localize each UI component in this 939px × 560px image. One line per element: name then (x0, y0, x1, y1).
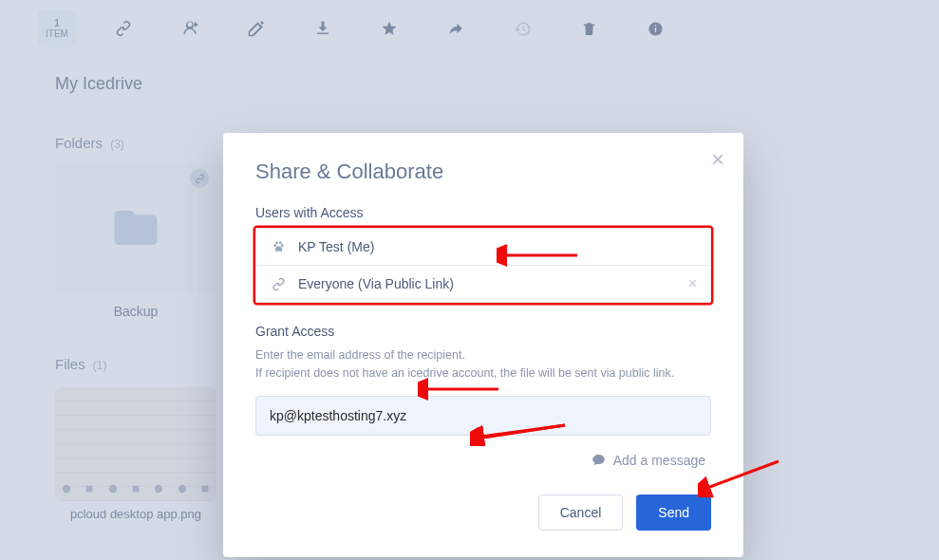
send-button[interactable]: Send (636, 495, 711, 531)
comment-icon (592, 453, 606, 467)
add-message-link[interactable]: Add a message (255, 453, 711, 468)
access-user-label: KP Test (Me) (298, 239, 374, 254)
users-access-label: Users with Access (255, 205, 711, 220)
svg-point-11 (280, 244, 283, 247)
paw-icon (270, 238, 287, 255)
modal-actions: Cancel Send (255, 495, 711, 531)
grant-access-hint: Enter the email address of the recipient… (255, 346, 711, 383)
share-modal: × Share & Collaborate Users with Access … (223, 133, 743, 557)
access-row-public: Everyone (Via Public Link) × (256, 265, 710, 302)
cancel-button[interactable]: Cancel (538, 495, 624, 531)
link-icon (270, 275, 287, 292)
access-user-label: Everyone (Via Public Link) (298, 276, 454, 291)
svg-point-10 (273, 244, 276, 247)
close-icon[interactable]: × (711, 148, 724, 171)
recipient-email-input[interactable] (255, 396, 711, 436)
access-row-owner: KP Test (Me) (256, 229, 710, 265)
modal-title: Share & Collaborate (255, 159, 711, 184)
svg-point-12 (275, 241, 278, 244)
users-access-list: KP Test (Me) Everyone (Via Public Link) … (255, 228, 711, 303)
remove-access-icon[interactable]: × (688, 275, 697, 292)
grant-access-label: Grant Access (255, 324, 711, 339)
svg-point-13 (278, 241, 281, 244)
